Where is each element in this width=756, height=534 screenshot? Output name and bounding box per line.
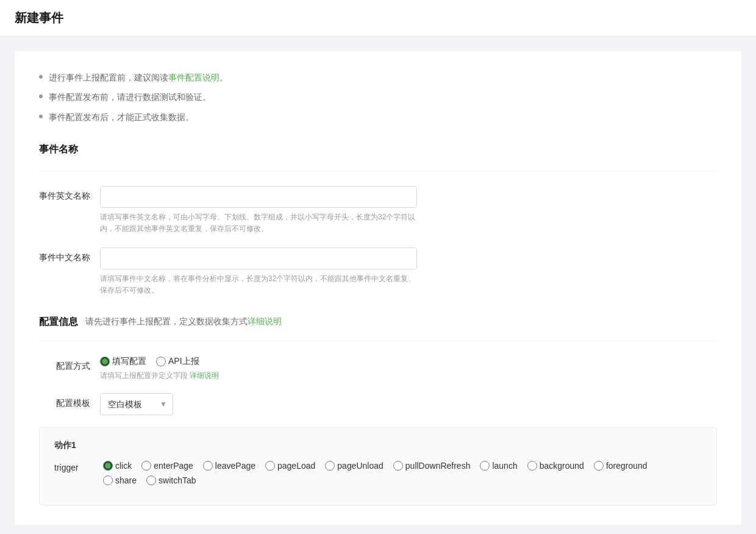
chinese-name-input[interactable] bbox=[100, 247, 417, 269]
trigger-foreground[interactable]: foreground bbox=[594, 461, 647, 471]
event-name-section-title: 事件名称 bbox=[39, 143, 717, 156]
trigger-options: click enterPage leavePage bbox=[103, 461, 702, 485]
english-name-field: 事件英文名称 请填写事件英文名称，可由小写字母、下划线、数字组成，并以小写字母开… bbox=[39, 186, 717, 235]
trigger-click-label: click bbox=[115, 461, 132, 471]
page-title: 新建事件 bbox=[15, 10, 741, 26]
trigger-enterpage-label: enterPage bbox=[154, 461, 193, 471]
trigger-pageload[interactable]: pageLoad bbox=[265, 461, 315, 471]
config-template-wrapper: 空白模板 ▼ bbox=[100, 393, 417, 415]
main-card: 进行事件上报配置前，建议阅读事件配置说明。 事件配置发布前，请进行数据测试和验证… bbox=[15, 51, 741, 525]
section-divider-1 bbox=[39, 171, 717, 171]
config-method-hint-link[interactable]: 详细说明 bbox=[190, 371, 219, 380]
trigger-background-input[interactable] bbox=[527, 461, 537, 471]
trigger-label: trigger bbox=[54, 461, 103, 472]
trigger-background[interactable]: background bbox=[527, 461, 584, 471]
config-section: 配置信息 请先进行事件上报配置，定义数据收集方式详细说明 配置方式 填写配置 bbox=[39, 316, 717, 505]
trigger-pageload-label: pageLoad bbox=[277, 461, 315, 471]
config-template-field: 配置模板 空白模板 ▼ bbox=[39, 393, 717, 415]
notice-text-2: 事件配置发布前，请进行数据测试和验证。 bbox=[49, 90, 211, 104]
trigger-background-label: background bbox=[540, 461, 584, 471]
trigger-options-row2: share switchTab bbox=[103, 475, 702, 485]
config-method-label: 配置方式 bbox=[39, 356, 100, 381]
radio-api[interactable]: API上报 bbox=[156, 356, 199, 367]
trigger-share-label: share bbox=[115, 475, 137, 485]
trigger-switchtab-input[interactable] bbox=[146, 475, 156, 485]
trigger-foreground-input[interactable] bbox=[594, 461, 604, 471]
config-method-hint: 请填写上报配置并定义字段 详细说明 bbox=[100, 371, 417, 381]
trigger-foreground-label: foreground bbox=[606, 461, 647, 471]
trigger-launch-label: launch bbox=[492, 461, 517, 471]
config-template-select[interactable]: 空白模板 bbox=[100, 393, 173, 415]
trigger-leavepage-input[interactable] bbox=[203, 461, 213, 471]
page-header: 新建事件 bbox=[0, 0, 756, 37]
trigger-pulldownrefresh-label: pullDownRefresh bbox=[405, 461, 471, 471]
notice-item-2: 事件配置发布前，请进行数据测试和验证。 bbox=[39, 90, 717, 104]
config-method-field: 配置方式 填写配置 API上报 请填写上报配置并定义字段 详细说明 bbox=[39, 356, 717, 381]
trigger-share-input[interactable] bbox=[103, 475, 113, 485]
radio-fill-label: 填写配置 bbox=[112, 356, 146, 367]
chinese-name-wrapper: 请填写事件中文名称，将在事件分析中显示，长度为32个字符以内，不能跟其他事件中文… bbox=[100, 247, 417, 296]
notice-link-1[interactable]: 事件配置说明 bbox=[168, 73, 219, 82]
english-name-hint: 请填写事件英文名称，可由小写字母、下划线、数字组成，并以小写字母开头，长度为32… bbox=[100, 212, 417, 235]
english-name-wrapper: 请填写事件英文名称，可由小写字母、下划线、数字组成，并以小写字母开头，长度为32… bbox=[100, 186, 417, 235]
trigger-options-row1: click enterPage leavePage bbox=[103, 461, 702, 471]
config-section-header: 配置信息 请先进行事件上报配置，定义数据收集方式详细说明 bbox=[39, 316, 717, 329]
config-section-desc: 请先进行事件上报配置，定义数据收集方式详细说明 bbox=[85, 316, 282, 327]
section-divider-2 bbox=[39, 341, 717, 341]
notice-item-1: 进行事件上报配置前，建议阅读事件配置说明。 bbox=[39, 71, 717, 84]
english-name-label: 事件英文名称 bbox=[39, 186, 100, 235]
trigger-row: trigger click enterPage bbox=[54, 461, 702, 485]
notice-item-3: 事件配置发布后，才能正式收集数据。 bbox=[39, 110, 717, 124]
trigger-launch-input[interactable] bbox=[480, 461, 490, 471]
trigger-pageunload[interactable]: pageUnload bbox=[325, 461, 383, 471]
config-method-wrapper: 填写配置 API上报 请填写上报配置并定义字段 详细说明 bbox=[100, 356, 417, 381]
config-template-select-wrapper: 空白模板 ▼ bbox=[100, 393, 173, 415]
trigger-share[interactable]: share bbox=[103, 475, 137, 485]
trigger-pageunload-label: pageUnload bbox=[337, 461, 383, 471]
english-name-input[interactable] bbox=[100, 186, 417, 208]
radio-fill-input[interactable] bbox=[100, 357, 110, 366]
chinese-name-label: 事件中文名称 bbox=[39, 247, 100, 296]
notice-dot-3 bbox=[39, 115, 43, 118]
radio-api-label: API上报 bbox=[168, 356, 199, 367]
notice-list: 进行事件上报配置前，建议阅读事件配置说明。 事件配置发布前，请进行数据测试和验证… bbox=[39, 71, 717, 124]
chinese-name-hint: 请填写事件中文名称，将在事件分析中显示，长度为32个字符以内，不能跟其他事件中文… bbox=[100, 273, 417, 296]
notice-text-1: 进行事件上报配置前，建议阅读事件配置说明。 bbox=[49, 71, 228, 84]
trigger-leavepage-label: leavePage bbox=[215, 461, 255, 471]
page-content: 进行事件上报配置前，建议阅读事件配置说明。 事件配置发布前，请进行数据测试和验证… bbox=[0, 37, 756, 534]
trigger-pulldownrefresh-input[interactable] bbox=[393, 461, 403, 471]
notice-dot-2 bbox=[39, 94, 43, 98]
config-section-title: 配置信息 bbox=[39, 316, 78, 329]
action-card: 动作1 trigger click enterPage bbox=[39, 427, 717, 505]
trigger-click[interactable]: click bbox=[103, 461, 132, 471]
trigger-enterpage-input[interactable] bbox=[141, 461, 151, 471]
trigger-leavepage[interactable]: leavePage bbox=[203, 461, 255, 471]
notice-dot-1 bbox=[39, 75, 43, 79]
trigger-enterpage[interactable]: enterPage bbox=[141, 461, 193, 471]
chinese-name-field: 事件中文名称 请填写事件中文名称，将在事件分析中显示，长度为32个字符以内，不能… bbox=[39, 247, 717, 296]
trigger-pageunload-input[interactable] bbox=[325, 461, 335, 471]
trigger-pulldownrefresh[interactable]: pullDownRefresh bbox=[393, 461, 471, 471]
radio-fill[interactable]: 填写配置 bbox=[100, 356, 146, 367]
trigger-click-input[interactable] bbox=[103, 461, 113, 471]
trigger-pageload-input[interactable] bbox=[265, 461, 275, 471]
config-detail-link[interactable]: 详细说明 bbox=[248, 316, 282, 326]
trigger-launch[interactable]: launch bbox=[480, 461, 517, 471]
config-template-label: 配置模板 bbox=[39, 393, 100, 415]
trigger-switchtab-label: switchTab bbox=[159, 475, 196, 485]
notice-text-3: 事件配置发布后，才能正式收集数据。 bbox=[49, 110, 194, 124]
config-method-radio-group: 填写配置 API上报 bbox=[100, 356, 417, 367]
trigger-switchtab[interactable]: switchTab bbox=[146, 475, 196, 485]
radio-api-input[interactable] bbox=[156, 357, 166, 366]
action-title: 动作1 bbox=[54, 440, 702, 451]
